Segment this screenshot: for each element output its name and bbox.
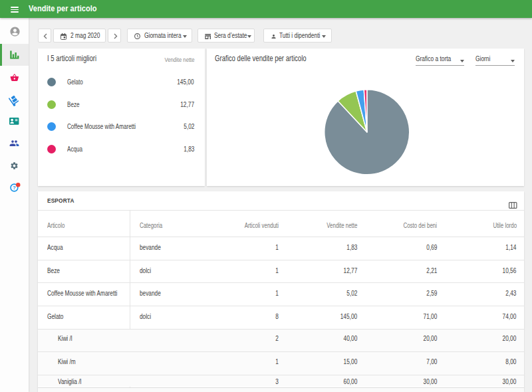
svg-text:?: ? [13, 185, 16, 191]
